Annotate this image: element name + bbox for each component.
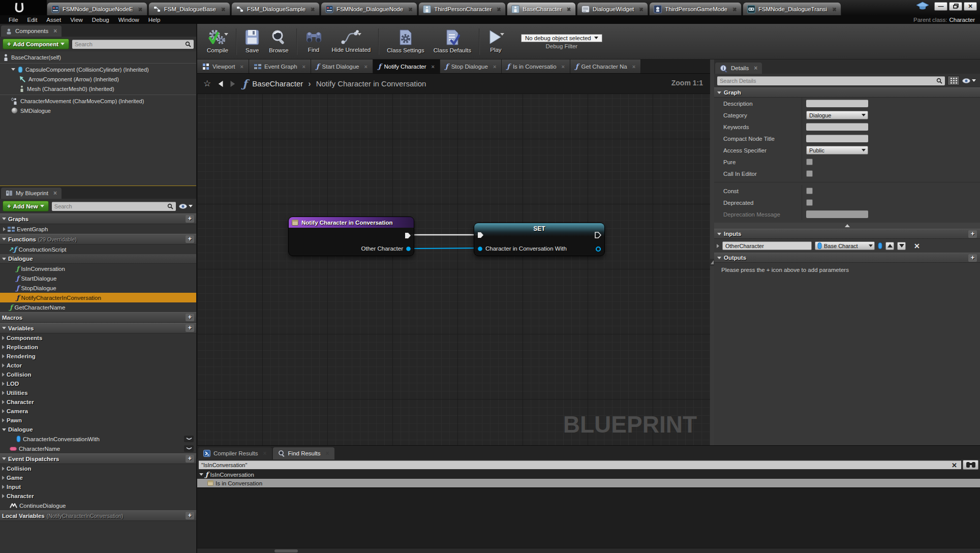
components-search-input[interactable] [75,41,185,47]
section-header-functions[interactable]: Functions(29 Overridable)+ [0,234,196,244]
category-game[interactable]: Game [0,473,196,482]
scrollbar-thumb[interactable] [274,549,298,552]
component-row-basecharacter-self[interactable]: BaseCharacter(self) [0,52,196,62]
close-icon[interactable]: × [408,6,412,13]
category-utilities[interactable]: Utilities [0,388,196,397]
compile-button[interactable]: Compile [202,26,233,56]
category-pawn[interactable]: Pawn [0,416,196,425]
add-new-button[interactable]: + Add New [3,201,49,211]
asset-tab-fsm-dialoguebase[interactable]: FSM_DialogueBase× [148,2,230,15]
find-results-search[interactable]: ✕ [199,460,961,469]
back-arrow-icon[interactable] [216,79,224,88]
graph-tab-notify-character[interactable]: ƒNotify Character× [373,59,440,73]
param-type-dropdown[interactable]: Base Charact [815,241,875,250]
move-up-button[interactable] [885,242,894,250]
close-icon[interactable]: × [497,6,500,13]
parent-class-value[interactable]: Character [950,17,975,23]
add-output-button[interactable]: + [968,254,977,262]
graph-tab-stop-dialogue[interactable]: ƒStop Dialogue× [440,59,502,73]
keywords-field[interactable] [806,123,868,131]
add-icon[interactable]: + [186,314,194,321]
list-item-constructionscript[interactable]: ƒConstructionScript [0,244,196,254]
list-item-isinconversation[interactable]: ƒIsInConversation [0,264,196,273]
close-icon[interactable]: × [53,190,57,197]
chevron-down-icon[interactable] [357,30,361,37]
list-item-startdialogue[interactable]: ƒStartDialogue [0,273,196,283]
menu-edit[interactable]: Edit [23,17,42,23]
add-icon[interactable]: + [186,215,194,223]
forward-arrow-icon[interactable] [229,79,237,88]
tutorial-cap-icon[interactable] [916,2,929,11]
menu-debug[interactable]: Debug [87,17,114,23]
class-defaults-button[interactable]: Class Defaults [429,27,476,56]
category-replication[interactable]: Replication [0,343,196,352]
component-row-charactermovement[interactable]: CharacterMovement (CharMoveComp) (Inheri… [0,96,196,106]
category-camera[interactable]: Camera [0,407,196,416]
expanded-arrow-icon[interactable] [11,68,15,71]
list-item-eventgraph[interactable]: EventGraph [0,224,196,234]
close-icon[interactable]: × [493,64,496,70]
section-header-graphs[interactable]: Graphs+ [0,213,196,224]
menu-asset[interactable]: Asset [42,17,66,23]
category-character[interactable]: Character [0,397,196,407]
data-input-pin[interactable] [477,246,483,252]
components-search[interactable] [72,40,194,49]
tab-find-results[interactable]: Find Results× [273,447,334,459]
description-field[interactable] [806,100,868,107]
list-item-stopdialogue[interactable]: ƒStopDialogue [0,283,196,293]
list-item-getcharactername[interactable]: ƒGetCharacterName [0,302,196,312]
close-icon[interactable]: × [263,450,267,457]
category-dropdown[interactable]: Dialogue [806,111,868,119]
graph-section-header[interactable]: Graph [714,87,980,98]
access-specifier-dropdown[interactable]: Public [806,146,868,155]
details-view-options-button[interactable] [962,78,977,83]
menu-view[interactable]: View [66,17,87,23]
restore-button[interactable] [949,2,962,11]
const-checkbox[interactable] [806,188,813,194]
exec-output-pin[interactable] [405,232,411,240]
class-settings-button[interactable]: Class Settings [382,27,429,56]
data-output-pin[interactable] [595,246,601,253]
close-icon[interactable]: × [302,64,305,70]
minimize-button[interactable]: — [934,2,947,11]
graph-tab-start-dialogue[interactable]: ƒStart Dialogue× [311,59,373,73]
add-icon[interactable]: + [186,235,194,243]
find-in-blueprints-button[interactable] [963,460,978,470]
close-icon[interactable]: × [240,64,243,70]
asset-tab-thirdpersongamemode[interactable]: ThirdPersonGameMode× [649,2,742,15]
hide-unrelated-button[interactable]: Hide Unrelated [327,27,376,56]
list-item-notifycharacterinconversation[interactable]: ƒNotifyCharacterInConversation [0,293,196,302]
category-character[interactable]: Character [0,491,196,501]
close-icon[interactable]: × [639,6,642,13]
result-row-isinconversation[interactable]: ƒIsInConversation [197,470,980,479]
browse-button[interactable]: Browse [264,27,293,56]
visibility-filter-button[interactable] [179,204,194,209]
component-row-arrowcomponent[interactable]: ArrowComponent (Arrow) (Inherited) [0,74,196,84]
deprecated-checkbox[interactable] [806,199,813,206]
close-icon[interactable]: × [326,450,329,457]
menu-window[interactable]: Window [114,17,144,23]
asset-tab-dialoguewidget[interactable]: DialogueWidget× [577,2,648,15]
asset-tab-basecharacter[interactable]: BaseCharacter× [507,2,576,15]
close-icon[interactable]: × [567,6,570,13]
graph-tab-event-graph[interactable]: Event Graph× [249,59,311,73]
list-item-continuedialogue[interactable]: ContinueDialogue [0,501,196,510]
asset-tab-thirdpersoncharacter[interactable]: ThirdPersonCharacter× [418,2,506,15]
add-component-button[interactable]: + Add Component [3,39,69,49]
visibility-icon[interactable] [184,436,194,442]
exec-output-pin[interactable] [595,232,601,239]
debug-object-dropdown[interactable]: No debug object selected [521,34,602,42]
section-header-macros[interactable]: Macros+ [0,312,196,323]
save-button[interactable]: Save [240,27,264,56]
category-actor[interactable]: Actor [0,361,196,370]
add-input-button[interactable]: + [968,230,977,238]
delete-param-button[interactable]: ✕ [914,242,920,250]
add-icon[interactable]: + [186,455,194,463]
clear-search-icon[interactable]: ✕ [950,462,959,469]
close-icon[interactable]: × [221,6,225,13]
close-icon[interactable]: × [632,64,635,70]
menu-file[interactable]: File [4,17,23,23]
component-row-capsulecomponent[interactable]: CapsuleComponent (CollisionCylinder) (In… [0,65,196,74]
asset-tab-fsmnode-dialoguetransi[interactable]: FSMNode_DialogueTransi× [743,2,841,15]
data-output-pin[interactable] [406,246,411,252]
